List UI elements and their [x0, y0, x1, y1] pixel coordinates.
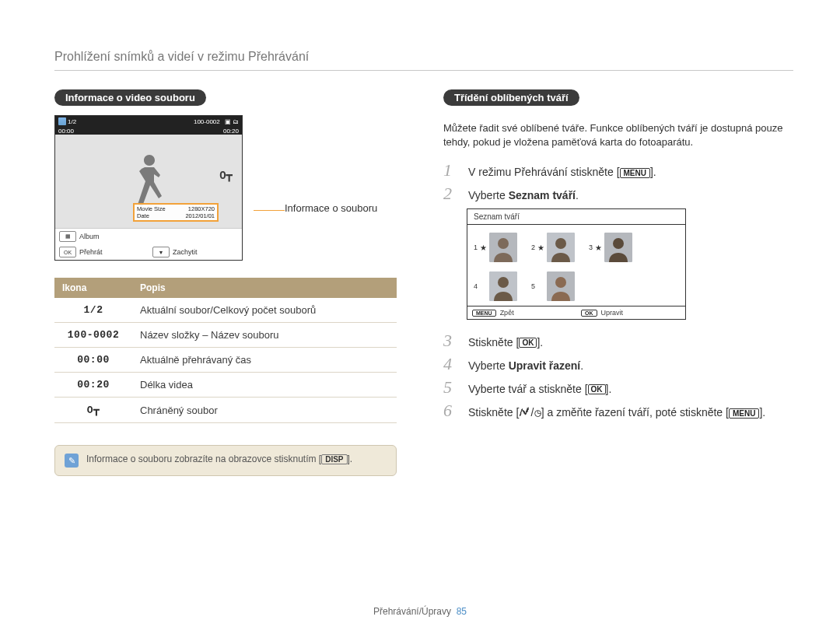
- star-icon: ★: [595, 243, 602, 252]
- table-row: 1/2 Aktuální soubor/Celkový počet soubor…: [54, 298, 397, 323]
- lock-icon: O┳: [87, 405, 100, 416]
- table-row: 00:20 Délka videa: [54, 373, 397, 398]
- album-hint: ▦ Album: [55, 228, 242, 244]
- star-icon: ★: [480, 243, 487, 252]
- time-played: 00:00: [58, 128, 74, 135]
- face-grid: 1 ★ 2 ★ 3 ★ 4: [467, 225, 685, 306]
- callout-line: [254, 210, 285, 212]
- page-title: Prohlížení snímků a videí v režimu Přehr…: [54, 50, 793, 64]
- play-hint: OK Přehrát: [55, 244, 149, 260]
- svg-point-1: [498, 238, 509, 249]
- timer-icon: ◷: [534, 407, 541, 419]
- edit-hint: OK Upravit: [576, 306, 685, 319]
- svg-point-5: [613, 238, 624, 249]
- disp-button-label: DISP: [321, 454, 347, 464]
- step-5: 5 Vyberte tvář a stiskněte [OK].: [443, 379, 793, 396]
- file-counter: 1/2: [68, 118, 76, 125]
- svg-point-3: [555, 238, 566, 249]
- face-item: 5 ★: [531, 271, 576, 301]
- ok-button-label: OK: [519, 338, 537, 348]
- face-item: 2 ★: [531, 233, 575, 262]
- camera-preview: O┳ Movie Size1280X720 Date2012/01/01: [55, 135, 242, 228]
- step-4: 4 Vyberte Upravit řazení.: [443, 356, 793, 373]
- title-rule: [54, 70, 793, 71]
- lock-icon: O┳: [219, 169, 233, 182]
- face-sort-heading: Třídění oblíbených tváří: [443, 89, 579, 106]
- back-hint: MENU Zpět: [467, 306, 576, 319]
- thumbnail-icon: [58, 117, 66, 125]
- file-info-box: Movie Size1280X720 Date2012/01/01: [133, 203, 219, 222]
- face-thumb: [489, 271, 517, 301]
- icon-description-table: Ikona Popis 1/2 Aktuální soubor/Celkový …: [54, 278, 397, 423]
- face-list-title: Seznam tváří: [467, 209, 685, 225]
- step-2: 2 Vyberte Seznam tváří.: [443, 185, 793, 202]
- table-row: 00:00 Aktuálně přehrávaný čas: [54, 348, 397, 373]
- table-row: 100-0002 Název složky – Název souboru: [54, 323, 397, 348]
- video-info-heading: Informace o video souboru: [54, 89, 206, 106]
- step-6: 6 Stiskněte [🗲/◷] a změňte řazení tváří,…: [443, 402, 793, 419]
- table-row: O┳ Chráněný soubor: [54, 398, 397, 423]
- svg-point-7: [498, 277, 509, 288]
- svg-point-9: [555, 277, 566, 288]
- flash-icon: 🗲: [519, 407, 530, 419]
- note-box: ✎ Informace o souboru zobrazíte na obraz…: [54, 445, 397, 476]
- face-item: 1 ★: [474, 233, 517, 262]
- menu-button-label: MENU: [620, 168, 650, 178]
- down-arrow-icon: ▼: [152, 247, 170, 257]
- step-3: 3 Stiskněte [OK].: [443, 332, 793, 349]
- ok-icon: OK: [59, 247, 76, 257]
- face-list-panel: Seznam tváří 1 ★ 2 ★ 3 ★: [467, 208, 686, 320]
- time-total: 00:20: [223, 128, 239, 135]
- face-item: 3 ★: [589, 233, 632, 262]
- page-footer: Přehrávání/Úpravy 85: [0, 606, 840, 617]
- camera-screen: 1/2 100-0002 ▣ 🗂 00:00 00:20 O┳: [54, 115, 243, 261]
- note-icon: ✎: [65, 454, 79, 468]
- face-thumb: [489, 233, 517, 262]
- face-thumb: [547, 271, 575, 301]
- capture-hint: ▼ Zachytit: [149, 244, 242, 260]
- camera-top-bar: 1/2 100-0002 ▣ 🗂: [55, 116, 242, 127]
- th-desc: Popis: [132, 278, 397, 298]
- menu-button-label: MENU: [729, 408, 759, 419]
- callout-label: Informace o souboru: [285, 202, 377, 214]
- file-id: 100-0002: [194, 118, 220, 125]
- album-icon: ▦: [59, 231, 76, 242]
- intro-text: Můžete řadit své oblíbené tváře. Funkce …: [443, 121, 793, 149]
- step-1: 1 V režimu Přehrávání stiskněte [MENU].: [443, 162, 793, 179]
- face-thumb: [547, 233, 575, 262]
- th-icon: Ikona: [54, 278, 132, 298]
- face-thumb: [604, 233, 632, 262]
- star-icon: ★: [537, 243, 544, 252]
- ok-button-label: OK: [588, 384, 606, 394]
- face-item: 4 ★: [474, 271, 517, 301]
